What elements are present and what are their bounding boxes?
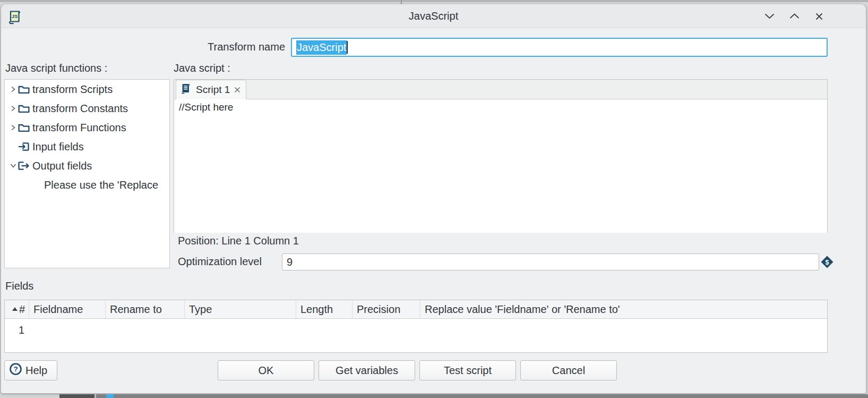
help-button[interactable]: ? Help	[4, 360, 57, 380]
script-panel-label: Java script :	[174, 62, 230, 74]
javascript-dialog: JS JavaScript Transform name JavaScript	[1, 4, 866, 393]
tree-item-label: transform Functions	[32, 122, 126, 134]
script-editor[interactable]: //Script here	[174, 99, 827, 233]
help-question-icon: ?	[8, 362, 23, 379]
help-button-label: Help	[25, 365, 47, 377]
folder-icon	[18, 84, 32, 95]
type-cell[interactable]	[185, 319, 296, 341]
tree-item-transform-functions[interactable]: transform Functions	[5, 118, 169, 137]
cursor-position-status: Position: Line 1 Column 1	[178, 235, 299, 247]
tab-script-1[interactable]: Script 1	[176, 80, 246, 99]
window-title: JavaScript	[1, 4, 866, 28]
fields-table: # Fieldname Rename to Type Length Precis…	[4, 300, 828, 353]
get-variables-button[interactable]: Get variables	[319, 360, 415, 380]
minimize-icon[interactable]	[764, 11, 775, 22]
table-row[interactable]: 1	[5, 319, 827, 341]
svg-text:$: $	[826, 259, 829, 266]
background-accent-segment	[106, 394, 114, 398]
length-cell[interactable]	[296, 319, 353, 341]
tab-close-icon[interactable]	[234, 84, 240, 96]
tree-item-replace-note[interactable]: Please use the 'Replace	[5, 175, 169, 194]
chevron-right-icon[interactable]	[8, 86, 18, 93]
precision-cell[interactable]	[353, 319, 420, 341]
window-controls	[764, 4, 824, 28]
tree-item-label: transform Constants	[32, 103, 128, 115]
column-header-type[interactable]: Type	[185, 300, 296, 318]
titlebar[interactable]: JS JavaScript	[1, 4, 866, 28]
chevron-down-icon[interactable]	[8, 163, 18, 168]
rename-to-cell[interactable]	[106, 319, 185, 341]
tree-item-label: Please use the 'Replace	[44, 179, 158, 191]
chevron-right-icon[interactable]	[8, 105, 18, 112]
optimization-level-input[interactable]	[282, 253, 819, 270]
output-fields-icon	[18, 160, 32, 171]
selected-text: JavaScript	[296, 40, 347, 55]
cancel-button[interactable]: Cancel	[520, 360, 617, 380]
script-scroll-icon	[181, 83, 192, 97]
tree-item-label: Input fields	[32, 141, 84, 153]
tab-label: Script 1	[196, 84, 230, 96]
input-fields-icon	[18, 141, 32, 152]
tree-item-transform-scripts[interactable]: transform Scripts	[5, 80, 169, 99]
tree-item-label: Output fields	[32, 160, 92, 172]
functions-tree: transform Scripts transform Constants	[4, 79, 170, 268]
script-tab-folder: Script 1 //Script here	[174, 79, 828, 233]
text-caret	[347, 41, 348, 54]
column-header-length[interactable]: Length	[296, 300, 353, 318]
tree-item-output-fields[interactable]: Output fields	[5, 156, 169, 175]
svg-text:?: ?	[13, 365, 18, 373]
variable-diamond-icon[interactable]: $	[820, 255, 834, 271]
folder-icon	[18, 103, 32, 114]
screen: JS JavaScript Transform name JavaScript	[0, 0, 868, 398]
script-tab-bar: Script 1	[174, 80, 827, 99]
transform-name-input[interactable]: JavaScript	[291, 38, 828, 57]
fields-table-header: # Fieldname Rename to Type Length Precis…	[5, 300, 827, 319]
column-header-num[interactable]: #	[5, 300, 29, 318]
sort-ascending-icon	[12, 307, 18, 311]
column-header-replace-value[interactable]: Replace value 'Fieldname' or 'Rename to'	[420, 300, 827, 318]
chevron-right-icon[interactable]	[8, 124, 18, 131]
close-icon[interactable]	[814, 11, 824, 22]
test-script-button[interactable]: Test script	[419, 360, 516, 380]
folder-icon	[18, 122, 32, 133]
functions-panel-label: Java script functions :	[5, 62, 107, 74]
column-header-rename-to[interactable]: Rename to	[106, 300, 185, 318]
fields-section-label: Fields	[5, 280, 33, 292]
optimization-level-label: Optimization level	[178, 256, 262, 268]
background-window-bottom-edge	[59, 394, 868, 398]
fieldname-cell[interactable]	[29, 319, 106, 341]
transform-name-label: Transform name	[182, 41, 285, 53]
tree-item-label: transform Scripts	[32, 83, 113, 96]
row-number-cell: 1	[5, 319, 29, 341]
column-header-precision[interactable]: Precision	[353, 300, 420, 318]
column-header-fieldname[interactable]: Fieldname	[29, 300, 106, 318]
tree-item-input-fields[interactable]: Input fields	[5, 137, 169, 156]
tree-item-transform-constants[interactable]: transform Constants	[5, 99, 169, 118]
ok-button[interactable]: OK	[218, 360, 314, 380]
maximize-icon[interactable]	[789, 11, 800, 22]
replace-value-cell[interactable]	[420, 319, 827, 341]
